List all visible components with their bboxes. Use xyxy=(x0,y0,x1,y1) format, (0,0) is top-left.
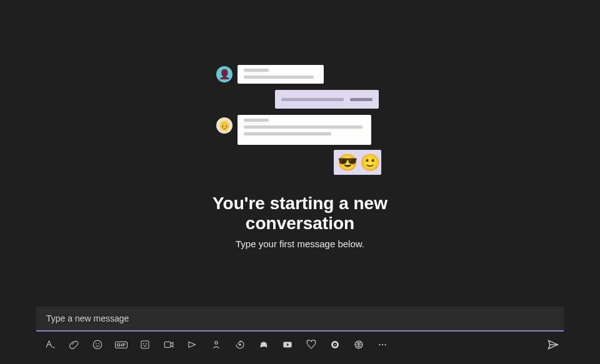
empty-state: 😎 🙂 You're starting a new conversation T… xyxy=(175,62,425,249)
svg-point-16 xyxy=(384,344,386,345)
sticker-icon[interactable] xyxy=(139,338,151,351)
bubble-illustration-3 xyxy=(238,115,371,145)
svg-rect-3 xyxy=(141,341,149,348)
gif-icon[interactable]: GIF xyxy=(115,338,128,351)
stream-icon[interactable] xyxy=(186,338,199,351)
illustration-emoji-2: 🙂 xyxy=(360,154,380,170)
send-button[interactable] xyxy=(546,338,560,352)
svg-point-2 xyxy=(99,343,99,344)
conversation-illustration: 😎 🙂 xyxy=(212,62,388,181)
compose-region: GIF xyxy=(36,307,564,352)
app-icon-1[interactable] xyxy=(258,338,270,351)
more-options-icon[interactable] xyxy=(376,338,389,351)
empty-state-subheading: Type your first message below. xyxy=(236,239,364,249)
bubble-illustration-emoji: 😎 🙂 xyxy=(334,150,381,175)
viva-icon[interactable] xyxy=(210,338,222,351)
avatar-illustration-2 xyxy=(216,117,232,134)
svg-point-15 xyxy=(382,344,383,345)
svg-rect-6 xyxy=(164,342,171,348)
youtube-icon[interactable] xyxy=(281,338,294,351)
bubble-illustration-2 xyxy=(275,90,379,109)
format-icon[interactable] xyxy=(44,338,56,351)
svg-point-5 xyxy=(146,343,147,344)
app-icon-2[interactable] xyxy=(329,338,341,351)
svg-point-4 xyxy=(143,343,144,344)
globe-icon[interactable] xyxy=(352,338,365,351)
bubble-illustration-1 xyxy=(238,65,324,84)
svg-point-7 xyxy=(215,342,218,345)
praise-icon[interactable] xyxy=(305,338,318,351)
empty-state-heading: You're starting a new conversation xyxy=(175,194,425,234)
svg-point-1 xyxy=(96,343,96,344)
svg-point-8 xyxy=(239,344,241,345)
illustration-emoji-1: 😎 xyxy=(338,154,358,170)
forms-icon[interactable] xyxy=(234,338,246,351)
message-input[interactable] xyxy=(36,307,564,332)
svg-point-0 xyxy=(93,340,102,349)
compose-toolbar: GIF xyxy=(36,338,564,352)
svg-point-14 xyxy=(379,344,380,345)
calendar-meet-icon[interactable] xyxy=(162,338,175,351)
svg-point-12 xyxy=(334,344,336,345)
avatar-illustration-1 xyxy=(216,66,232,82)
attach-icon[interactable] xyxy=(68,338,80,351)
emoji-icon[interactable] xyxy=(91,338,104,351)
